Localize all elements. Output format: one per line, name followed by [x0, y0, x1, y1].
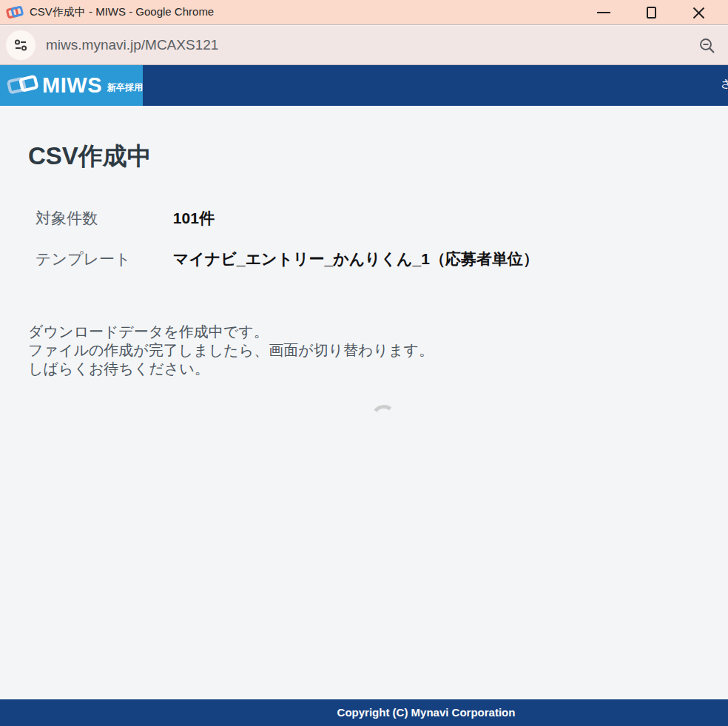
field-row-target-count: 対象件数 101件	[36, 208, 215, 229]
site-settings-icon	[13, 37, 29, 53]
status-message-line: しばらくお待ちください。	[28, 360, 434, 378]
field-row-template: テンプレート マイナビ_エントリー_かんりくん_1（応募者単位）	[36, 249, 539, 269]
site-info-button[interactable]	[6, 30, 36, 60]
zoom-indicator-button[interactable]	[697, 36, 718, 56]
close-icon	[692, 7, 705, 19]
logo-subtext: 新卒採用	[107, 81, 143, 94]
site-header: MIWS 新卒採用 さ	[0, 65, 728, 106]
status-message: ダウンロードデータを作成中です。 ファイルの作成が完了しましたら、画面が切り替わ…	[28, 323, 434, 378]
maximize-button[interactable]	[627, 0, 675, 25]
status-message-line: ダウンロードデータを作成中です。	[28, 323, 434, 341]
close-button[interactable]	[675, 0, 722, 25]
field-value: 101件	[173, 209, 215, 226]
minimize-icon	[597, 12, 610, 13]
maximize-icon	[647, 7, 656, 19]
field-value: マイナビ_エントリー_かんりくん_1（応募者単位）	[173, 250, 539, 267]
window-controls	[580, 0, 728, 25]
browser-window: CSV作成中 - MIWS - Google Chrome	[0, 0, 728, 726]
miws-logo[interactable]: MIWS 新卒採用	[0, 65, 143, 106]
url-field[interactable]: miws.mynavi.jp/MCAXS121	[46, 37, 218, 53]
loading-spinner-icon	[370, 403, 398, 431]
logo-text: MIWS	[42, 73, 102, 98]
status-message-line: ファイルの作成が完了しましたら、画面が切り替わります。	[28, 341, 434, 360]
minimize-button[interactable]	[580, 0, 627, 25]
clipped-header-text: さ	[721, 77, 728, 91]
field-label: 対象件数	[36, 208, 169, 229]
page-footer: Copyright (C) Mynavi Corporation	[0, 699, 728, 726]
address-bar: miws.mynavi.jp/MCAXS121	[0, 26, 728, 65]
miws-logo-squares-icon	[6, 70, 41, 101]
window-titlebar: CSV作成中 - MIWS - Google Chrome	[0, 0, 728, 25]
field-label: テンプレート	[36, 249, 169, 269]
window-title: CSV作成中 - MIWS - Google Chrome	[30, 5, 214, 19]
copyright-text: Copyright (C) Mynavi Corporation	[337, 706, 516, 719]
page-content: CSV作成中 対象件数 101件 テンプレート マイナビ_エントリー_かんりくん…	[0, 106, 728, 699]
miws-favicon-icon	[6, 4, 24, 21]
zoom-out-icon	[698, 36, 717, 56]
page-title: CSV作成中	[28, 140, 152, 173]
